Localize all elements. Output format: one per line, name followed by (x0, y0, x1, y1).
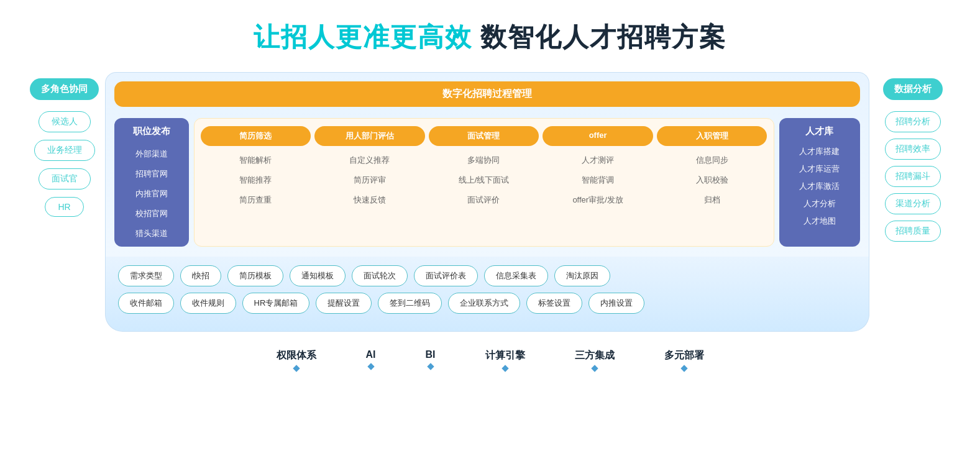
right-item-recruit-analysis[interactable]: 招聘分析 (885, 111, 941, 132)
talent-item-3: 人才库激活 (799, 181, 840, 192)
resume-item-3: 简历查重 (239, 194, 272, 206)
tag-reminder[interactable]: 提醒设置 (316, 293, 372, 314)
foundation-item-auth: 权限体系 (277, 349, 316, 371)
right-sidebar: 数据分析 招聘分析 招聘效率 招聘漏斗 渠道分析 招聘质量 (876, 78, 950, 248)
onboard-item-1: 信息同步 (696, 155, 728, 166)
foundation-label-ai: AI (366, 349, 376, 360)
stage-col-resume: 智能解析 智能推荐 简历查重 (201, 155, 311, 206)
bottom-section: 需求类型 i快招 简历模板 通知模板 面试轮次 面试评价表 信息采集表 淘汰原因… (105, 257, 869, 332)
right-item-recruit-funnel[interactable]: 招聘漏斗 (885, 166, 941, 187)
tag-eliminate-reason[interactable]: 淘汰原因 (554, 265, 610, 286)
header: 让招人更准更高效 数智化人才招聘方案 (254, 20, 727, 55)
bottom-tags-row-2: 收件邮箱 收件规则 HR专属邮箱 提醒设置 签到二维码 企业联系方式 标签设置 … (118, 293, 856, 314)
dept-item-3: 快速反馈 (354, 194, 386, 206)
talent-item-2: 人才库运营 (799, 163, 840, 175)
page-wrapper: 让招人更准更高效 数智化人才招聘方案 多角色协同 候选人 业务经理 面试官 HR… (0, 0, 980, 461)
foundation-label-compute: 计算引擎 (485, 349, 525, 362)
interview-item-1: 多端协同 (467, 155, 500, 166)
tag-referral-settings[interactable]: 内推设置 (588, 293, 644, 314)
stage-btn-dept[interactable]: 用人部门评估 (314, 126, 425, 146)
sidebar-item-interviewer[interactable]: 面试官 (39, 168, 91, 189)
job-column: 职位发布 外部渠道 招聘官网 内推官网 校招官网 猎头渠道 (114, 118, 189, 247)
stage-col-dept: 自定义推荐 简历评审 快速反馈 (314, 155, 425, 206)
right-item-recruit-quality[interactable]: 招聘质量 (885, 221, 941, 242)
onboard-item-2: 入职校验 (696, 175, 728, 186)
stage-btn-offer[interactable]: offer (543, 126, 653, 146)
tag-interview-eval-form[interactable]: 面试评价表 (414, 265, 478, 286)
job-col-item-5: 猎头渠道 (135, 228, 168, 239)
tag-info-form[interactable]: 信息采集表 (484, 265, 548, 286)
talent-item-1: 人才库搭建 (799, 146, 840, 157)
foundation-item-bi: BI (426, 349, 436, 371)
stage-col-interview: 多端协同 线上/线下面试 面试评价 (429, 155, 539, 206)
left-sidebar: 多角色协同 候选人 业务经理 面试官 HR (30, 78, 99, 224)
foundation-label-deploy: 多元部署 (664, 349, 704, 362)
tag-iquick[interactable]: i快招 (180, 265, 222, 286)
offer-item-1: 人才测评 (582, 155, 614, 166)
onboard-item-3: 归档 (704, 194, 720, 206)
foundation-dots-bi (428, 364, 433, 369)
talent-item-5: 人才地图 (804, 216, 836, 227)
stage-btn-resume[interactable]: 简历筛选 (201, 126, 311, 146)
tag-hr-mailbox[interactable]: HR专属邮箱 (242, 293, 310, 314)
foundation-item-compute: 计算引擎 (485, 349, 525, 371)
job-col-header: 职位发布 (133, 126, 170, 137)
stages-content-row: 智能解析 智能推荐 简历查重 自定义推荐 简历评审 快速反馈 (201, 155, 767, 206)
center-panel: 数字化招聘过程管理 职位发布 外部渠道 招聘官网 内推官网 校招官网 猎头渠道 (105, 72, 869, 332)
tag-inbox-rule[interactable]: 收件规则 (180, 293, 236, 314)
foundation-item-ai: AI (366, 349, 376, 371)
tag-inbox[interactable]: 收件邮箱 (118, 293, 174, 314)
foundation-dots-auth (294, 366, 299, 371)
page-title: 让招人更准更高效 数智化人才招聘方案 (254, 20, 727, 55)
foundation-item-deploy: 多元部署 (664, 349, 704, 371)
stage-btn-interview[interactable]: 面试管理 (429, 126, 539, 146)
resume-item-1: 智能解析 (239, 155, 272, 166)
left-sidebar-header: 多角色协同 (30, 78, 99, 100)
talent-item-4: 人才分析 (804, 198, 836, 209)
right-item-recruit-efficiency[interactable]: 招聘效率 (885, 139, 941, 160)
dot-icon (367, 363, 374, 370)
title-cyan: 让招人更准更高效 (254, 22, 472, 52)
sidebar-item-hr[interactable]: HR (45, 197, 83, 217)
interview-item-2: 线上/线下面试 (459, 175, 510, 186)
sidebar-item-candidate[interactable]: 候选人 (39, 111, 91, 132)
tag-notify-template[interactable]: 通知模板 (290, 265, 346, 286)
tag-interview-round[interactable]: 面试轮次 (352, 265, 408, 286)
dot-icon (427, 363, 434, 370)
foundation-item-integration: 三方集成 (575, 349, 615, 371)
stages-header-row: 简历筛选 用人部门评估 面试管理 offer 入职管理 (201, 119, 767, 146)
foundation-label-auth: 权限体系 (277, 349, 316, 362)
offer-item-3: offer审批/发放 (572, 194, 623, 206)
title-dark: 数智化人才招聘方案 (472, 22, 727, 52)
interview-item-3: 面试评价 (467, 194, 500, 206)
right-item-channel-analysis[interactable]: 渠道分析 (885, 193, 941, 214)
stage-col-offer: 人才测评 智能背调 offer审批/发放 (543, 155, 653, 206)
job-col-item-4: 校招官网 (135, 208, 168, 219)
tag-resume-template[interactable]: 简历模板 (227, 265, 283, 286)
job-col-item-1: 外部渠道 (135, 148, 168, 160)
dot-icon (501, 365, 508, 372)
stages-area: 简历筛选 用人部门评估 面试管理 offer 入职管理 智能解析 智能推荐 简历 (194, 118, 774, 247)
talent-col-header: 人才库 (805, 126, 833, 137)
offer-item-2: 智能背调 (582, 175, 614, 186)
job-col-item-2: 招聘官网 (135, 168, 168, 180)
process-columns: 职位发布 外部渠道 招聘官网 内推官网 校招官网 猎头渠道 简历筛选 用人部门评… (106, 118, 869, 247)
sidebar-item-business[interactable]: 业务经理 (34, 140, 95, 161)
tag-qrcode[interactable]: 签到二维码 (378, 293, 442, 314)
talent-column: 人才库 人才库搭建 人才库运营 人才库激活 人才分析 人才地图 (779, 118, 860, 247)
bottom-tags-row-1: 需求类型 i快招 简历模板 通知模板 面试轮次 面试评价表 信息采集表 淘汰原因 (118, 265, 856, 286)
stage-btn-onboard[interactable]: 入职管理 (657, 126, 767, 146)
dept-item-1: 自定义推荐 (349, 155, 390, 166)
foundation-dots-ai (369, 364, 373, 369)
dot-icon (293, 365, 300, 372)
foundation-dots-compute (503, 366, 508, 371)
right-sidebar-header: 数据分析 (883, 78, 943, 100)
tag-demand-type[interactable]: 需求类型 (118, 265, 174, 286)
top-section: 数字化招聘过程管理 职位发布 外部渠道 招聘官网 内推官网 校招官网 猎头渠道 (105, 72, 869, 257)
orange-header: 数字化招聘过程管理 (114, 81, 860, 107)
dot-icon (591, 365, 598, 372)
dept-item-2: 简历评审 (354, 175, 386, 186)
tag-contact[interactable]: 企业联系方式 (448, 293, 520, 314)
tag-label-settings[interactable]: 标签设置 (526, 293, 582, 314)
stage-col-onboard: 信息同步 入职校验 归档 (657, 155, 767, 206)
